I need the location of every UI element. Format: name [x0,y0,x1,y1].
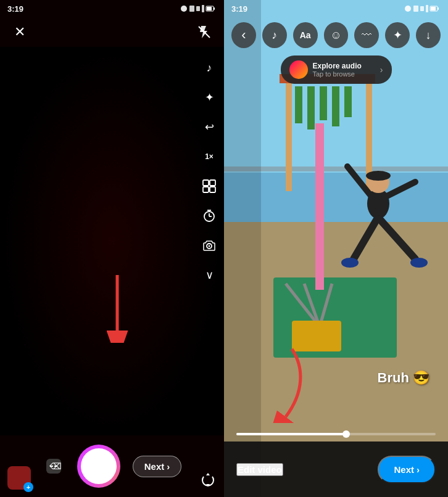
status-icons-right [404,4,441,13]
record-button-inner [81,448,117,484]
svg-rect-1 [189,6,194,12]
status-icons-svg [180,4,217,13]
svg-rect-55 [431,7,436,10]
layout-tool[interactable] [201,178,218,195]
flip-camera-button[interactable] [198,470,218,490]
audio-info: Explore audio Tap to browse [313,62,375,78]
svg-rect-9 [210,180,215,186]
camera-tools: ♪ ✦ ↩ 1× [201,59,218,284]
video-text-overlay[interactable]: Bruh 😎 [378,370,429,386]
music-button[interactable]: ♪ [262,22,287,48]
audio-chevron-icon: › [380,65,383,75]
close-button[interactable]: ✕ [10,22,30,42]
editor-bottom-bar: Edit video Next › [224,442,448,497]
progress-handle[interactable] [342,430,350,438]
status-bar-left: 3:19 [0,0,224,17]
explore-audio-banner[interactable]: Explore audio Tap to browse › [281,55,392,84]
draw-icon: 〰 [362,30,371,41]
red-arrow-right [255,343,317,423]
back-button[interactable]: ‹ [231,22,256,48]
effects-button[interactable]: ✦ [385,22,410,48]
music-icon: ♪ [272,29,277,42]
emoji-button[interactable]: ☺ [324,22,349,48]
status-icons-left [180,4,217,13]
next-label-left: Next [144,461,165,472]
audio-subtitle: Tap to browse [313,70,375,78]
camera-bottom-controls: ⌫ Next › + [0,435,224,497]
camera-viewfinder: ♪ ✦ ↩ 1× [0,47,224,435]
time-right: 3:19 [231,4,247,14]
next-chevron-left: › [167,461,170,472]
svg-point-17 [209,245,210,247]
svg-rect-33 [332,86,339,126]
next-label-right: Next [394,464,414,475]
more-tool[interactable]: ∨ [201,266,218,284]
audio-title: Explore audio [313,62,375,70]
effects-tool[interactable]: ✦ [201,89,218,106]
delete-clip-button[interactable]: ⌫ [43,455,65,477]
svg-rect-31 [307,86,315,129]
speed-tool[interactable]: 1× [201,148,218,165]
red-arrow-left [99,269,148,343]
camera-panel: 3:19 ✕ ♪ ✦ [0,0,224,497]
download-icon: ↓ [426,29,431,42]
audio-avatar [289,60,308,79]
music-tool[interactable]: ♪ [201,59,218,76]
edit-video-button[interactable]: Edit video [236,463,283,476]
draw-button[interactable]: 〰 [354,22,379,48]
close-icon: ✕ [14,25,25,39]
next-chevron-right: › [417,464,420,475]
svg-rect-51 [413,6,418,12]
svg-text:⌫: ⌫ [49,461,62,471]
svg-rect-53 [426,5,428,12]
undo-tool[interactable]: ↩ [201,118,218,136]
flash-off-icon [197,25,212,39]
gallery-area: + [7,466,31,490]
camera-top-bar: ✕ [0,17,224,47]
svg-point-0 [181,6,187,12]
editor-toolbar: ‹ ♪ Aa ☺ 〰 ✦ ↓ [224,17,448,53]
svg-rect-10 [203,187,209,192]
status-bar-right: 3:19 [224,0,448,17]
layout-icon [202,179,216,193]
timer-tool[interactable] [201,207,218,224]
svg-rect-35 [315,123,324,290]
svg-rect-8 [203,180,209,186]
text-icon: Aa [300,30,311,40]
svg-rect-11 [210,187,215,192]
camera-icon [202,239,216,252]
delete-icon: ⌫ [44,456,64,476]
svg-point-47 [410,258,428,268]
svg-rect-5 [207,7,212,10]
flip-camera-area [198,470,218,490]
gallery-plus-icon: + [23,482,33,492]
status-icons-right-svg [404,4,441,13]
svg-rect-52 [420,6,424,11]
editor-panel: 3:19 ‹ ♪ Aa ☺ 〰 [224,0,448,497]
svg-rect-30 [295,86,302,123]
svg-point-46 [341,258,359,268]
text-button[interactable]: Aa [293,22,318,48]
svg-rect-56 [438,7,439,10]
svg-rect-2 [196,6,200,11]
progress-fill [236,433,346,435]
camera-switch-tool[interactable] [201,237,218,254]
svg-rect-3 [202,5,204,12]
download-button[interactable]: ↓ [416,22,441,48]
emoji-icon: ☺ [330,29,341,42]
flip-icon [200,472,216,488]
svg-rect-32 [320,86,327,120]
record-button[interactable] [77,445,120,488]
gallery-thumbnail[interactable]: + [7,466,31,490]
svg-rect-34 [344,86,352,117]
video-progress-bar[interactable] [236,433,436,435]
flash-button[interactable] [194,22,214,42]
svg-rect-27 [286,80,292,191]
next-button-left[interactable]: Next › [133,456,182,477]
next-button-right[interactable]: Next › [378,456,436,483]
svg-point-48 [366,171,391,181]
edit-video-label: Edit video [238,464,282,475]
svg-point-50 [405,6,411,12]
back-icon: ‹ [241,27,246,43]
time-left: 3:19 [7,4,23,14]
